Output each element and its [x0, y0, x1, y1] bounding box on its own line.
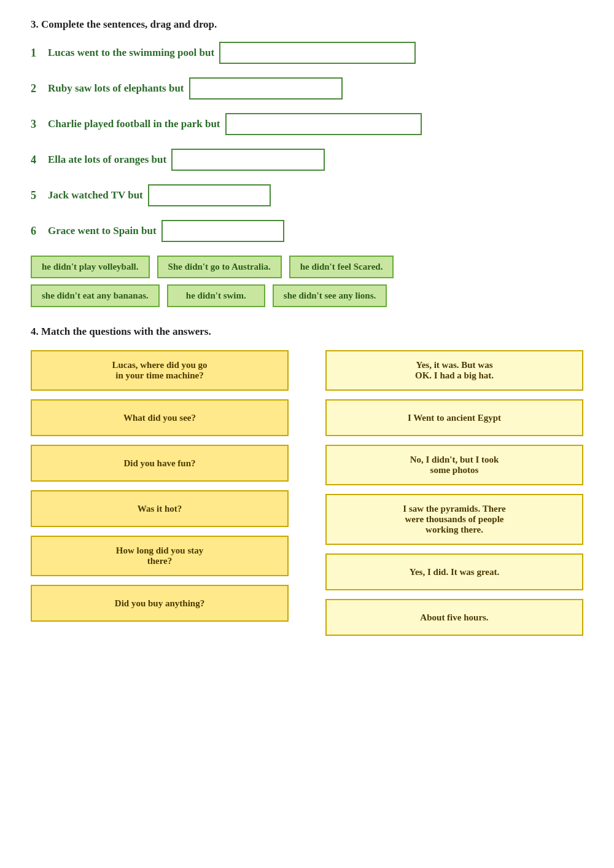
answer-2[interactable]: I Went to ancient Egypt	[325, 399, 583, 436]
sentence-num-6: 6	[31, 225, 48, 238]
drop-zone-5[interactable]	[148, 184, 271, 206]
question-1[interactable]: Lucas, where did you go in your time mac…	[31, 350, 289, 391]
chips-row-2: she didn't eat any bananas. he didn't sw…	[31, 284, 583, 307]
drop-zone-3[interactable]	[225, 113, 422, 135]
sentence-text-2: Ruby saw lots of elephants but	[48, 82, 184, 95]
chips-row-1: he didn't play volleyball. She didn't go…	[31, 256, 583, 278]
answer-6[interactable]: About five hours.	[325, 599, 583, 636]
drop-zone-1[interactable]	[219, 42, 416, 64]
sentence-row-5: 5 Jack watched TV but	[31, 184, 583, 206]
question-4[interactable]: Was it hot?	[31, 490, 289, 527]
sentence-num-3: 3	[31, 118, 48, 131]
chip-3[interactable]: he didn't feel Scared.	[289, 256, 394, 278]
section3: 3. Complete the sentences, drag and drop…	[31, 18, 583, 307]
sentence-row-6: 6 Grace went to Spain but	[31, 220, 583, 242]
sentence-num-2: 2	[31, 82, 48, 95]
answer-3[interactable]: No, I didn't, but I took some photos	[325, 445, 583, 485]
chip-6[interactable]: she didn't see any lions.	[273, 284, 387, 307]
chip-4[interactable]: she didn't eat any bananas.	[31, 284, 160, 307]
question-6[interactable]: Did you buy anything?	[31, 585, 289, 622]
sentences-list: 1 Lucas went to the swimming pool but 2 …	[31, 42, 583, 242]
match-container: Lucas, where did you go in your time mac…	[31, 350, 583, 636]
chip-2[interactable]: She didn't go to Australia.	[157, 256, 282, 278]
sentence-num-4: 4	[31, 154, 48, 166]
sentence-row-1: 1 Lucas went to the swimming pool but	[31, 42, 583, 64]
sentence-num-5: 5	[31, 189, 48, 202]
sentence-row-4: 4 Ella ate lots of oranges but	[31, 149, 583, 171]
section3-title: 3. Complete the sentences, drag and drop…	[31, 18, 583, 31]
sentence-text-4: Ella ate lots of oranges but	[48, 154, 166, 166]
drop-zone-2[interactable]	[189, 77, 343, 100]
chip-1[interactable]: he didn't play volleyball.	[31, 256, 150, 278]
section4: 4. Match the questions with the answers.…	[31, 326, 583, 636]
chip-5[interactable]: he didn't swim.	[167, 284, 265, 307]
drop-zone-6[interactable]	[161, 220, 284, 242]
sentence-text-1: Lucas went to the swimming pool but	[48, 47, 214, 59]
drop-zone-4[interactable]	[171, 149, 325, 171]
answer-5[interactable]: Yes, I did. It was great.	[325, 553, 583, 590]
section4-title: 4. Match the questions with the answers.	[31, 326, 583, 338]
question-2[interactable]: What did you see?	[31, 399, 289, 436]
sentence-text-5: Jack watched TV but	[48, 189, 143, 201]
sentence-text-6: Grace went to Spain but	[48, 225, 157, 237]
answer-1[interactable]: Yes, it was. But was OK. I had a big hat…	[325, 350, 583, 391]
question-5[interactable]: How long did you stay there?	[31, 536, 289, 576]
chips-section: he didn't play volleyball. She didn't go…	[31, 256, 583, 307]
questions-col: Lucas, where did you go in your time mac…	[31, 350, 289, 636]
sentence-num-1: 1	[31, 47, 48, 60]
sentence-row-2: 2 Ruby saw lots of elephants but	[31, 77, 583, 100]
answer-4[interactable]: I saw the pyramids. There were thousands…	[325, 494, 583, 545]
sentence-row-3: 3 Charlie played football in the park bu…	[31, 113, 583, 135]
answers-col: Yes, it was. But was OK. I had a big hat…	[325, 350, 583, 636]
question-3[interactable]: Did you have fun?	[31, 445, 289, 482]
sentence-text-3: Charlie played football in the park but	[48, 118, 220, 130]
